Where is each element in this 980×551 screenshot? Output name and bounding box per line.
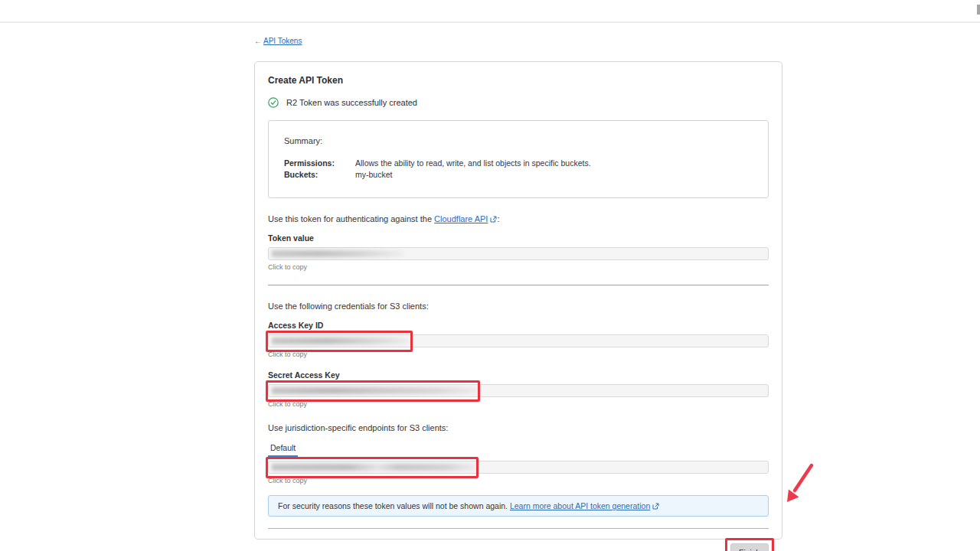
summary-value: Allows the ability to read, write, and l… — [355, 158, 591, 169]
finish-button[interactable]: Finish — [730, 543, 769, 551]
back-arrow-icon: ← — [254, 37, 262, 45]
browser-ui-fragment — [977, 5, 980, 15]
redacted-endpoint — [272, 464, 475, 471]
redacted-access-key — [272, 337, 410, 344]
summary-row-buckets: Buckets: my-bucket — [284, 169, 753, 181]
copy-hint: Click to copy — [268, 350, 769, 358]
tab-default-endpoint[interactable]: Default — [268, 442, 298, 457]
jurisdiction-intro-text: Use jurisdiction-specific endpoints for … — [268, 423, 769, 432]
summary-value: my-bucket — [355, 169, 392, 181]
learn-more-link[interactable]: Learn more about API token generation — [510, 501, 659, 510]
secret-access-key-field[interactable] — [268, 384, 769, 397]
copy-hint: Click to copy — [268, 263, 769, 271]
cloudflare-api-link[interactable]: Cloudflare API — [434, 214, 497, 223]
back-to-api-tokens-link[interactable]: ←API Tokens — [254, 37, 302, 45]
access-key-id-field[interactable] — [268, 334, 769, 347]
check-circle-icon — [268, 97, 279, 108]
summary-box: Summary: Permissions: Allows the ability… — [268, 120, 769, 198]
page-title: Create API Token — [268, 75, 769, 86]
token-value-label: Token value — [268, 233, 769, 243]
s3-endpoint-field[interactable] — [268, 461, 769, 474]
section-divider — [268, 285, 769, 285]
summary-label: Buckets: — [284, 169, 355, 181]
summary-label: Permissions: — [284, 158, 355, 169]
summary-row-permissions: Permissions: Allows the ability to read,… — [284, 158, 753, 169]
page-content: ←API Tokens Create API Token R2 Token wa… — [0, 24, 980, 551]
copy-hint: Click to copy — [268, 400, 769, 408]
external-link-icon — [652, 503, 659, 510]
api-intro-text: Use this token for authenticating agains… — [268, 214, 769, 223]
secret-access-key-label: Secret Access Key — [268, 370, 769, 380]
security-notice: For security reasons these token values … — [268, 495, 769, 517]
create-api-token-card: Create API Token R2 Token was successful… — [254, 61, 782, 540]
redacted-secret-key — [272, 387, 479, 394]
success-banner: R2 Token was successfully created — [268, 97, 769, 108]
success-message: R2 Token was successfully created — [286, 98, 417, 107]
s3-intro-text: Use the following credentials for S3 cli… — [268, 302, 769, 311]
summary-heading: Summary: — [284, 136, 753, 145]
redacted-token-value — [272, 250, 403, 257]
token-value-field[interactable] — [268, 247, 769, 260]
footer-divider — [268, 528, 769, 529]
copy-hint: Click to copy — [268, 477, 769, 484]
back-link-label: API Tokens — [263, 37, 302, 45]
top-bar — [0, 0, 980, 23]
access-key-id-label: Access Key ID — [268, 321, 769, 330]
